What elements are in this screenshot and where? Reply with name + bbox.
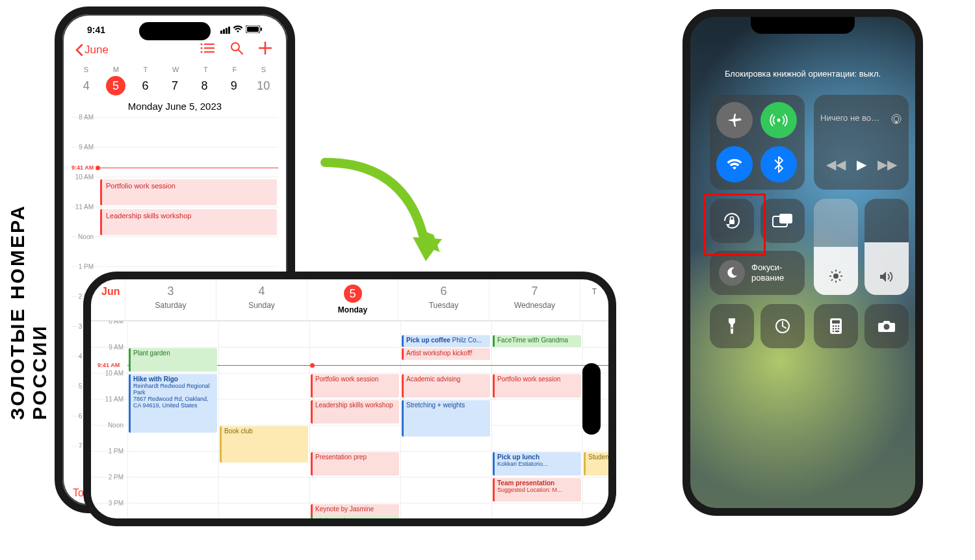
now-label: 9:41 AM (72, 164, 94, 171)
event-book[interactable]: Book club (220, 426, 308, 463)
flashlight-button[interactable] (710, 304, 754, 348)
svg-line-10 (239, 50, 242, 54)
date-row[interactable]: 4 5 6 7 8 9 10 (72, 76, 278, 95)
svg-point-37 (838, 328, 840, 330)
date-title: Monday June 5, 2023 (72, 101, 278, 112)
svg-point-40 (884, 324, 890, 330)
screen-mirroring-button[interactable] (760, 199, 805, 243)
status-time: 9:41 (87, 25, 105, 35)
volume-slider[interactable] (864, 199, 909, 295)
event-advising[interactable]: Academic advising (402, 374, 490, 398)
add-icon[interactable] (259, 42, 272, 58)
svg-point-28 (731, 327, 733, 329)
bluetooth-icon[interactable] (760, 146, 797, 183)
svg-rect-39 (835, 331, 840, 333)
selected-date: 5 (106, 76, 125, 95)
orientation-lock-button[interactable] (710, 199, 754, 243)
cellular-icon[interactable] (760, 102, 797, 138)
event-portfolio2[interactable]: Portfolio work session (493, 374, 581, 398)
svg-point-35 (833, 328, 835, 330)
month-label[interactable]: Jun (91, 279, 125, 320)
event-stretch[interactable]: Stretching + weights (402, 400, 490, 437)
svg-rect-31 (832, 320, 840, 324)
svg-rect-18 (779, 214, 792, 223)
event-facetime[interactable]: FaceTime with Grandma (493, 335, 581, 347)
svg-point-36 (835, 328, 837, 330)
sun-icon (829, 269, 843, 286)
airplay-icon[interactable] (890, 113, 902, 127)
event-coffee[interactable]: Pick up coffee Philz Co... (402, 335, 490, 347)
focus-button[interactable]: Фокуси- рование (710, 251, 805, 295)
svg-rect-16 (729, 220, 734, 224)
svg-point-13 (777, 119, 781, 122)
focus-label: Фокуси- рование (751, 262, 784, 283)
airplane-icon[interactable] (716, 102, 753, 138)
battery-icon (246, 25, 263, 35)
timer-button[interactable] (760, 304, 805, 348)
svg-rect-1 (247, 27, 259, 32)
svg-rect-6 (204, 47, 214, 49)
event-team[interactable]: Team presentationSuggested Location: M..… (493, 478, 581, 502)
svg-rect-8 (204, 51, 214, 53)
event-plant[interactable]: Plant garden (129, 348, 217, 372)
media-title: Ничего не во… (820, 113, 879, 127)
brightness-slider[interactable] (814, 199, 858, 295)
week-header: Jun 3Saturday 4Sunday 5Monday 6Tuesday 7… (91, 279, 608, 321)
rotation-arrow-icon (312, 149, 448, 279)
svg-point-34 (838, 325, 840, 327)
event-pickup[interactable]: Pick up lunchKokkari Estiatorio... (493, 452, 581, 476)
wifi-icon (233, 25, 243, 35)
calculator-button[interactable] (814, 304, 858, 348)
event-hike[interactable]: Hike with Rigo Reinhardt Redwood Regiona… (129, 374, 217, 433)
svg-line-26 (831, 279, 833, 281)
back-label: June (84, 44, 109, 57)
event-student[interactable]: Student (584, 452, 608, 476)
event-portfolio[interactable]: Portfolio work session (100, 179, 277, 205)
svg-point-33 (835, 325, 837, 327)
wifi-toggle-icon[interactable] (716, 146, 753, 183)
rewind-icon[interactable]: ◀◀ (826, 157, 846, 172)
speaker-icon (879, 270, 894, 286)
event-presentation[interactable]: Presentation prep (311, 452, 399, 476)
back-button[interactable]: June (75, 44, 109, 57)
now-label: 9:41 AM (98, 362, 120, 368)
list-icon[interactable] (200, 42, 214, 58)
landscape-phone: Jun 3Saturday 4Sunday 5Monday 6Tuesday 7… (83, 272, 616, 526)
week-grid[interactable]: 8 AM 9 AM 10 AM 11 AM Noon 1 PM 2 PM 3 P… (91, 321, 608, 518)
event-leadership[interactable]: Leadership skills workshop (311, 400, 399, 424)
svg-point-32 (833, 325, 835, 327)
svg-line-27 (839, 272, 840, 273)
now-line (98, 168, 278, 168)
search-icon[interactable] (230, 42, 243, 58)
svg-line-24 (831, 272, 833, 273)
svg-point-5 (201, 47, 203, 49)
connectivity-tile[interactable] (710, 95, 805, 190)
signal-icon (220, 27, 230, 34)
svg-point-38 (833, 331, 835, 333)
event-artist[interactable]: Artist workshop kickoff! (402, 348, 490, 360)
watermark-text: ЗОЛОТЫЕ НОМЕРА РОССИИ (6, 140, 51, 420)
svg-rect-2 (261, 28, 262, 31)
weekday-row: SM TW TF S (72, 66, 278, 73)
svg-line-25 (839, 279, 840, 281)
event-choir[interactable]: Choir practice (311, 516, 399, 518)
play-icon[interactable]: ▶ (857, 157, 866, 172)
forward-icon[interactable]: ▶▶ (878, 157, 897, 172)
svg-point-9 (231, 43, 239, 51)
svg-point-3 (201, 44, 203, 45)
svg-point-7 (201, 51, 203, 53)
svg-rect-4 (204, 44, 214, 45)
svg-point-15 (894, 116, 899, 121)
event-leadership[interactable]: Leadership skills workshop (100, 209, 277, 235)
event-portfolio[interactable]: Portfolio work session (311, 374, 399, 398)
media-tile[interactable]: Ничего не во… ◀◀ ▶ ▶▶ (814, 95, 909, 190)
orientation-lock-status: Блокировка книжной ориентации: выкл. (690, 69, 915, 79)
svg-point-19 (833, 274, 838, 279)
camera-button[interactable] (864, 304, 909, 348)
moon-icon (719, 260, 745, 286)
control-center-phone: Блокировка книжной ориентации: выкл. Ни (682, 9, 923, 516)
